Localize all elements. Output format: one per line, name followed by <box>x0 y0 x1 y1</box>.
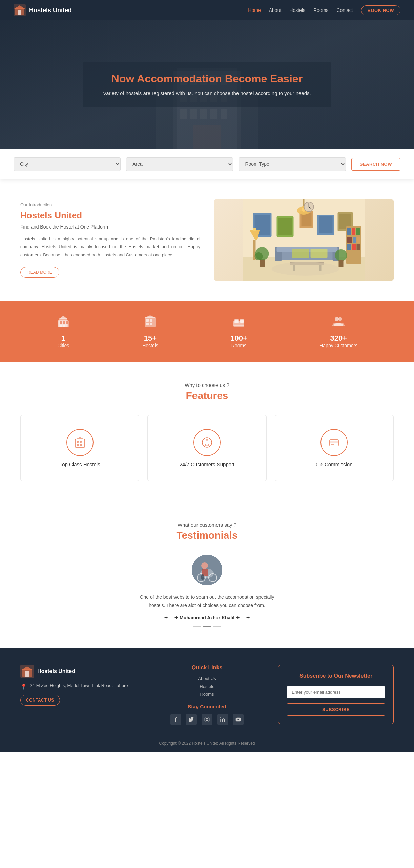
testimonial-avatar <box>192 555 222 585</box>
svg-marker-98 <box>75 437 85 439</box>
svg-rect-17 <box>190 108 197 119</box>
room-illustration <box>214 199 394 281</box>
navbar: Hostels United Home About Hostels Rooms … <box>0 0 414 20</box>
svg-rect-16 <box>180 108 187 119</box>
svg-rect-60 <box>357 244 360 250</box>
svg-rect-97 <box>80 444 82 446</box>
svg-rect-82 <box>146 323 149 326</box>
city-select[interactable]: City <box>14 157 121 171</box>
commission-icon <box>320 429 348 456</box>
svg-point-61 <box>335 249 347 261</box>
room-type-select[interactable]: Room Type <box>239 157 346 171</box>
twitter-icon[interactable] <box>186 714 197 725</box>
features-pre-title: Why to choose us ? <box>20 382 394 388</box>
facebook-icon[interactable] <box>170 714 181 725</box>
newsletter-col: Subscribe to Our Newsletter SUBSCRIBE <box>278 665 394 725</box>
svg-rect-33 <box>319 216 333 233</box>
stat-rooms: 100+ Rooms <box>230 315 247 348</box>
svg-rect-102 <box>330 441 338 443</box>
footer-logo: Hostels United <box>20 665 136 678</box>
nav-link-home[interactable]: Home <box>248 7 261 13</box>
svg-rect-88 <box>235 320 238 323</box>
footer-link-hostels[interactable]: Hostels <box>149 684 265 689</box>
nav-link-about[interactable]: About <box>269 7 282 13</box>
footer-address: 📍 24-M Zee Heights, Model Town Link Road… <box>20 683 136 690</box>
contact-us-button[interactable]: CONTACT US <box>20 695 60 706</box>
footer-link-rooms[interactable]: Rooms <box>149 692 265 697</box>
features-grid: Top Class Hostels 24/7 Customers Support <box>20 415 394 481</box>
intro-section: Our Introduction Hostels United Find and… <box>0 179 414 301</box>
stat-hostels-label: Hostels <box>142 343 158 348</box>
svg-rect-62 <box>339 260 344 267</box>
svg-rect-77 <box>63 325 65 327</box>
instagram-icon[interactable] <box>202 714 212 725</box>
location-icon: 📍 <box>20 684 27 690</box>
search-bar: City Area Room Type SEARCH NOW <box>0 149 414 179</box>
nav-link-hostels[interactable]: Hostels <box>289 7 305 13</box>
top-class-icon <box>66 429 94 456</box>
book-now-button[interactable]: BOOK NOW <box>361 5 400 15</box>
feature-commission: 0% Commission <box>275 415 394 481</box>
customers-icon <box>332 315 345 331</box>
svg-rect-110 <box>201 574 204 580</box>
svg-rect-80 <box>146 319 149 322</box>
feature-1-label: Top Class Hostels <box>60 461 100 467</box>
svg-rect-89 <box>240 320 244 323</box>
intro-title: Hostels United <box>20 210 200 221</box>
svg-rect-43 <box>292 249 309 258</box>
nav-logo-text: Hostels United <box>29 7 72 14</box>
testimonial-dots <box>20 626 394 627</box>
stat-hostels-number: 15+ <box>144 334 157 343</box>
linkedin-icon[interactable] <box>217 714 228 725</box>
dot-3[interactable] <box>213 626 221 627</box>
svg-rect-59 <box>352 244 356 250</box>
svg-rect-114 <box>25 671 29 677</box>
youtube-icon[interactable] <box>233 714 244 725</box>
svg-rect-53 <box>352 228 355 235</box>
nav-logo[interactable]: Hostels United <box>14 4 72 16</box>
search-now-button[interactable]: SEARCH NOW <box>351 158 400 171</box>
svg-point-66 <box>272 262 339 276</box>
stat-customers-label: Happy Customers <box>319 343 357 348</box>
footer-logo-icon <box>20 665 34 678</box>
svg-rect-44 <box>311 249 328 258</box>
subscribe-button[interactable]: SUBSCRIBE <box>287 703 385 716</box>
footer-link-about-us[interactable]: About Us <box>149 676 265 681</box>
nav-link-contact[interactable]: Contact <box>336 7 353 13</box>
feature-2-label: 24/7 Customers Support <box>180 461 235 467</box>
quick-links-title: Quick Links <box>149 665 265 671</box>
svg-rect-93 <box>75 439 85 447</box>
stat-customers: 320+ Happy Customers <box>319 315 357 348</box>
svg-point-100 <box>206 439 208 441</box>
svg-marker-78 <box>59 316 67 319</box>
newsletter-email-input[interactable] <box>287 686 385 698</box>
intro-subtitle: Find and Book the Hostel at One Platform <box>20 224 200 230</box>
intro-body: Hostels United is a highly potential sta… <box>20 235 200 259</box>
svg-point-108 <box>201 562 208 569</box>
newsletter-box: Subscribe to Our Newsletter SUBSCRIBE <box>278 665 394 724</box>
footer: Hostels United 📍 24-M Zee Heights, Model… <box>0 648 414 752</box>
read-more-button[interactable]: READ MORE <box>20 267 59 278</box>
features-title: Features <box>20 390 394 401</box>
testimonial-name: ✦ ─ ✦ Muhammad Azhar Khalil ✦ ─ ✦ <box>20 615 394 620</box>
intro-label: Our Introduction <box>20 202 200 208</box>
dot-2[interactable] <box>203 626 211 627</box>
stat-rooms-number: 100+ <box>230 334 247 343</box>
svg-rect-31 <box>302 213 312 226</box>
svg-rect-29 <box>278 218 292 235</box>
svg-rect-95 <box>80 441 82 443</box>
dot-1[interactable] <box>193 626 201 627</box>
nav-link-rooms[interactable]: Rooms <box>313 7 328 13</box>
feature-3-label: 0% Commission <box>316 461 352 467</box>
svg-rect-21 <box>193 125 221 149</box>
cities-icon <box>57 315 70 331</box>
svg-rect-18 <box>200 108 207 119</box>
testimonial-text: One of the best website to searh out the… <box>136 593 278 610</box>
stat-customers-number: 320+ <box>330 334 347 343</box>
svg-rect-58 <box>347 244 351 250</box>
newsletter-title: Subscribe to Our Newsletter <box>287 673 385 679</box>
social-icons <box>149 714 265 725</box>
stat-rooms-label: Rooms <box>231 343 246 348</box>
area-select[interactable]: Area <box>126 157 233 171</box>
stay-connected-title: Stay Connected <box>149 704 265 709</box>
